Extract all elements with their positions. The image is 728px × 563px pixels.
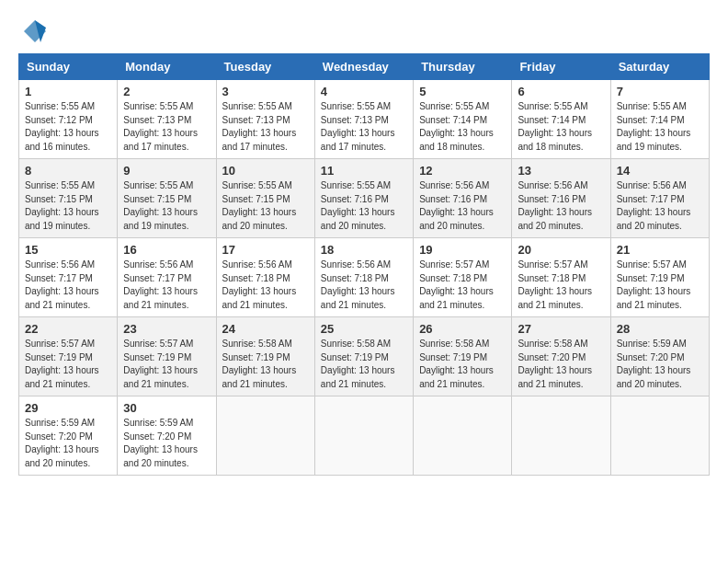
day-number: 2 — [123, 85, 210, 98]
calendar-body: 1 Sunrise: 5:55 AMSunset: 7:12 PMDayligh… — [19, 80, 710, 476]
day-number: 30 — [123, 401, 210, 415]
day-number: 29 — [25, 401, 111, 415]
calendar-cell-4-7: 28 Sunrise: 5:59 AMSunset: 7:20 PMDaylig… — [610, 317, 709, 396]
day-info: Sunrise: 5:55 AMSunset: 7:14 PMDaylight:… — [419, 101, 494, 152]
logo — [18, 18, 48, 44]
calendar-cell-3-1: 15 Sunrise: 5:56 AMSunset: 7:17 PMDaylig… — [19, 238, 118, 317]
day-info: Sunrise: 5:55 AMSunset: 7:15 PMDaylight:… — [123, 180, 198, 231]
day-info: Sunrise: 5:55 AMSunset: 7:15 PMDaylight:… — [25, 180, 99, 231]
calendar-cell-3-5: 19 Sunrise: 5:57 AMSunset: 7:18 PMDaylig… — [414, 238, 512, 317]
calendar-week-3: 15 Sunrise: 5:56 AMSunset: 7:17 PMDaylig… — [19, 238, 710, 317]
day-number: 13 — [518, 164, 604, 178]
day-number: 27 — [518, 322, 604, 336]
calendar-cell-2-1: 8 Sunrise: 5:55 AMSunset: 7:15 PMDayligh… — [19, 159, 118, 238]
calendar-cell-5-2: 30 Sunrise: 5:59 AMSunset: 7:20 PMDaylig… — [118, 396, 216, 476]
calendar-week-4: 22 Sunrise: 5:57 AMSunset: 7:19 PMDaylig… — [19, 317, 710, 396]
day-number: 28 — [617, 322, 703, 336]
calendar-cell-2-2: 9 Sunrise: 5:55 AMSunset: 7:15 PMDayligh… — [118, 159, 216, 238]
day-number: 15 — [25, 243, 111, 257]
calendar-cell-3-6: 20 Sunrise: 5:57 AMSunset: 7:18 PMDaylig… — [512, 238, 610, 317]
page-header — [18, 18, 710, 44]
day-info: Sunrise: 5:56 AMSunset: 7:16 PMDaylight:… — [518, 180, 592, 231]
day-number: 12 — [419, 164, 506, 178]
weekday-header-row: Sunday Monday Tuesday Wednesday Thursday… — [19, 54, 710, 80]
day-info: Sunrise: 5:55 AMSunset: 7:12 PMDaylight:… — [25, 101, 99, 152]
header-monday: Monday — [118, 54, 216, 80]
day-number: 26 — [419, 322, 506, 336]
calendar-cell-4-3: 24 Sunrise: 5:58 AMSunset: 7:19 PMDaylig… — [216, 317, 314, 396]
day-info: Sunrise: 5:59 AMSunset: 7:20 PMDaylight:… — [123, 418, 198, 468]
calendar-cell-3-3: 17 Sunrise: 5:56 AMSunset: 7:18 PMDaylig… — [216, 238, 314, 317]
calendar-cell-4-5: 26 Sunrise: 5:58 AMSunset: 7:19 PMDaylig… — [414, 317, 512, 396]
calendar-cell-1-1: 1 Sunrise: 5:55 AMSunset: 7:12 PMDayligh… — [19, 80, 118, 159]
calendar-cell-5-3 — [216, 396, 314, 476]
day-number: 14 — [617, 164, 703, 178]
day-number: 20 — [518, 243, 604, 257]
header-tuesday: Tuesday — [216, 54, 314, 80]
calendar-cell-1-2: 2 Sunrise: 5:55 AMSunset: 7:13 PMDayligh… — [118, 80, 216, 159]
calendar-cell-1-7: 7 Sunrise: 5:55 AMSunset: 7:14 PMDayligh… — [610, 80, 709, 159]
day-info: Sunrise: 5:58 AMSunset: 7:19 PMDaylight:… — [419, 339, 494, 389]
day-info: Sunrise: 5:56 AMSunset: 7:17 PMDaylight:… — [123, 259, 198, 310]
day-info: Sunrise: 5:58 AMSunset: 7:19 PMDaylight:… — [222, 339, 297, 389]
calendar-cell-5-7 — [610, 396, 709, 476]
calendar-cell-1-3: 3 Sunrise: 5:55 AMSunset: 7:13 PMDayligh… — [216, 80, 314, 159]
day-info: Sunrise: 5:55 AMSunset: 7:16 PMDaylight:… — [321, 180, 395, 231]
day-number: 21 — [617, 243, 703, 257]
day-number: 11 — [321, 164, 407, 178]
day-info: Sunrise: 5:57 AMSunset: 7:18 PMDaylight:… — [419, 259, 494, 310]
day-number: 3 — [222, 85, 309, 98]
calendar-cell-5-4 — [314, 396, 413, 476]
day-number: 4 — [321, 85, 407, 98]
day-info: Sunrise: 5:57 AMSunset: 7:19 PMDaylight:… — [25, 339, 99, 389]
calendar-table: Sunday Monday Tuesday Wednesday Thursday… — [18, 53, 710, 476]
day-info: Sunrise: 5:56 AMSunset: 7:17 PMDaylight:… — [617, 180, 691, 231]
day-info: Sunrise: 5:57 AMSunset: 7:19 PMDaylight:… — [617, 259, 691, 310]
calendar-week-5: 29 Sunrise: 5:59 AMSunset: 7:20 PMDaylig… — [19, 396, 710, 476]
calendar-cell-5-5 — [414, 396, 512, 476]
calendar-cell-2-7: 14 Sunrise: 5:56 AMSunset: 7:17 PMDaylig… — [610, 159, 709, 238]
day-info: Sunrise: 5:59 AMSunset: 7:20 PMDaylight:… — [617, 339, 691, 389]
day-info: Sunrise: 5:59 AMSunset: 7:20 PMDaylight:… — [25, 418, 99, 468]
day-info: Sunrise: 5:55 AMSunset: 7:15 PMDaylight:… — [222, 180, 297, 231]
day-info: Sunrise: 5:55 AMSunset: 7:13 PMDaylight:… — [321, 101, 395, 152]
day-number: 18 — [321, 243, 407, 257]
day-number: 25 — [321, 322, 407, 336]
calendar-week-2: 8 Sunrise: 5:55 AMSunset: 7:15 PMDayligh… — [19, 159, 710, 238]
day-info: Sunrise: 5:57 AMSunset: 7:19 PMDaylight:… — [123, 339, 198, 389]
day-number: 23 — [123, 322, 210, 336]
calendar-cell-1-6: 6 Sunrise: 5:55 AMSunset: 7:14 PMDayligh… — [512, 80, 610, 159]
day-info: Sunrise: 5:57 AMSunset: 7:18 PMDaylight:… — [518, 259, 592, 310]
day-number: 8 — [25, 164, 111, 178]
header-friday: Friday — [512, 54, 610, 80]
header-thursday: Thursday — [414, 54, 512, 80]
calendar-cell-5-1: 29 Sunrise: 5:59 AMSunset: 7:20 PMDaylig… — [19, 396, 118, 476]
day-info: Sunrise: 5:55 AMSunset: 7:13 PMDaylight:… — [222, 101, 297, 152]
day-info: Sunrise: 5:56 AMSunset: 7:18 PMDaylight:… — [321, 259, 395, 310]
calendar-cell-4-2: 23 Sunrise: 5:57 AMSunset: 7:19 PMDaylig… — [118, 317, 216, 396]
calendar-cell-2-6: 13 Sunrise: 5:56 AMSunset: 7:16 PMDaylig… — [512, 159, 610, 238]
calendar-cell-5-6 — [512, 396, 610, 476]
calendar-cell-4-1: 22 Sunrise: 5:57 AMSunset: 7:19 PMDaylig… — [19, 317, 118, 396]
calendar-cell-1-5: 5 Sunrise: 5:55 AMSunset: 7:14 PMDayligh… — [414, 80, 512, 159]
header-saturday: Saturday — [610, 54, 709, 80]
calendar-cell-2-3: 10 Sunrise: 5:55 AMSunset: 7:15 PMDaylig… — [216, 159, 314, 238]
day-info: Sunrise: 5:58 AMSunset: 7:20 PMDaylight:… — [518, 339, 592, 389]
day-number: 16 — [123, 243, 210, 257]
calendar-cell-1-4: 4 Sunrise: 5:55 AMSunset: 7:13 PMDayligh… — [314, 80, 413, 159]
day-info: Sunrise: 5:56 AMSunset: 7:18 PMDaylight:… — [222, 259, 297, 310]
day-number: 1 — [25, 85, 111, 98]
day-number: 10 — [222, 164, 309, 178]
day-number: 9 — [123, 164, 210, 178]
calendar-header: Sunday Monday Tuesday Wednesday Thursday… — [19, 54, 710, 80]
day-number: 22 — [25, 322, 111, 336]
day-number: 6 — [518, 85, 604, 98]
header-sunday: Sunday — [19, 54, 118, 80]
calendar-cell-3-2: 16 Sunrise: 5:56 AMSunset: 7:17 PMDaylig… — [118, 238, 216, 317]
calendar-cell-2-5: 12 Sunrise: 5:56 AMSunset: 7:16 PMDaylig… — [414, 159, 512, 238]
day-number: 5 — [419, 85, 506, 98]
calendar-cell-3-4: 18 Sunrise: 5:56 AMSunset: 7:18 PMDaylig… — [314, 238, 413, 317]
calendar-cell-4-4: 25 Sunrise: 5:58 AMSunset: 7:19 PMDaylig… — [314, 317, 413, 396]
day-number: 7 — [617, 85, 703, 98]
day-info: Sunrise: 5:56 AMSunset: 7:17 PMDaylight:… — [25, 259, 99, 310]
